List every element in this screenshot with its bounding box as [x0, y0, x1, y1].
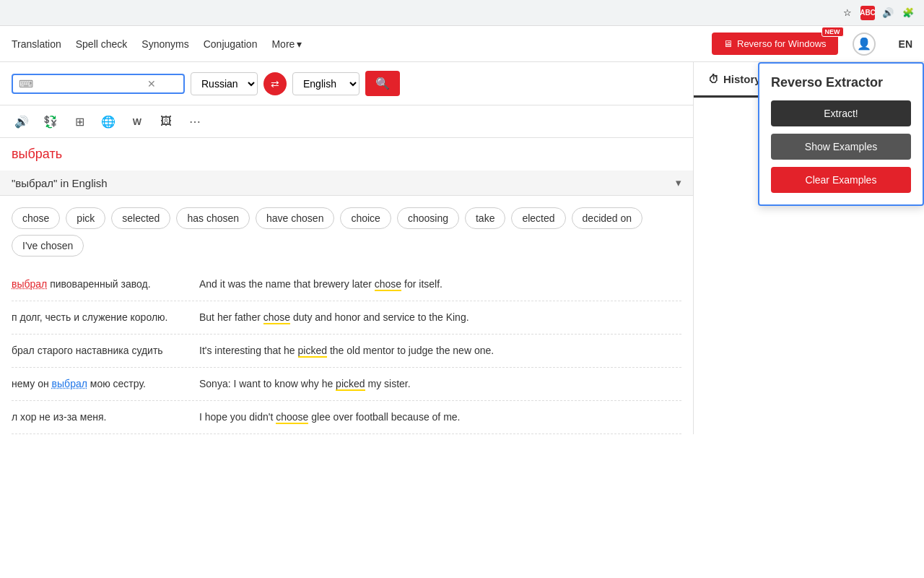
source-highlight: выбрал: [52, 378, 87, 389]
chip-elected[interactable]: elected: [511, 207, 565, 229]
target-highlight: picked: [336, 378, 365, 391]
target-lang-select[interactable]: English French Russian: [292, 72, 359, 95]
show-examples-button[interactable]: Show Examples: [771, 134, 911, 160]
source-word[interactable]: выбрать: [0, 138, 693, 171]
example-source: выбрал пивоваренный завод.: [12, 277, 185, 292]
target-highlight: picked: [298, 345, 327, 358]
chip-take[interactable]: take: [465, 207, 505, 229]
currency-icon[interactable]: 💱: [40, 111, 61, 131]
example-row: л хор не из-за меня. I hope you didn't c…: [12, 401, 681, 434]
tools-bar: 🔊 💱 ⊞ 🌐 W 🖼 ⋯: [0, 105, 693, 138]
swap-languages-button[interactable]: ⇄: [263, 72, 287, 95]
nav-conjugation[interactable]: Conjugation: [204, 35, 258, 53]
reverso-btn-icon: 🖥: [723, 38, 733, 49]
history-icon: ⏱: [708, 73, 719, 85]
main-content: ⌨ ✕ Russian French Spanish ⇄ English Fre…: [0, 62, 924, 434]
nav-spellcheck[interactable]: Spell check: [76, 35, 128, 53]
result-header: "выбрал" in English: [0, 171, 693, 196]
clear-examples-button[interactable]: Clear Examples: [771, 167, 911, 193]
source-lang-select[interactable]: Russian French Spanish: [191, 72, 258, 95]
example-row: брал старого наставника судить It's inte…: [12, 335, 681, 368]
chip-choosing[interactable]: choosing: [397, 207, 459, 229]
right-panel: ⏱ History ☆ Favourites ? Reverso Extract…: [693, 62, 924, 434]
example-source: нему он выбрал мою сестру.: [12, 376, 185, 392]
more-icon[interactable]: ⋯: [185, 111, 205, 131]
example-target: But her father chose duty and honor and …: [199, 310, 681, 325]
chip-pick[interactable]: pick: [66, 207, 105, 229]
clear-icon[interactable]: ✕: [147, 78, 156, 90]
audio-icon[interactable]: 🔊: [12, 111, 32, 131]
chevron-down-icon: ▾: [297, 38, 302, 50]
chips-area: chose pick selected has chosen have chos…: [0, 196, 693, 268]
example-row: п долг, честь и служение королю. But her…: [12, 301, 681, 335]
extractor-popup: Reverso Extractor Extract! Show Examples…: [758, 62, 924, 206]
new-badge: NEW: [821, 27, 844, 37]
target-highlight: chose: [263, 311, 290, 324]
lang-selector[interactable]: EN: [899, 38, 912, 50]
examples-section: выбрал пивоваренный завод. And it was th…: [0, 268, 693, 434]
extension-icon[interactable]: 🧩: [901, 6, 915, 20]
chip-chose[interactable]: chose: [12, 207, 60, 229]
reverso-windows-button[interactable]: 🖥 Reverso for Windows NEW: [712, 33, 838, 55]
nav-more[interactable]: More ▾: [271, 35, 302, 53]
example-target: I hope you didn't choose glee over footb…: [199, 410, 681, 425]
nav-translation[interactable]: Translation: [12, 35, 61, 53]
nav-synonyms[interactable]: Synonyms: [141, 35, 188, 53]
bookmark-icon[interactable]: ☆: [840, 6, 855, 20]
image-icon[interactable]: 🖼: [156, 111, 176, 131]
target-highlight: chose: [375, 278, 401, 291]
example-row: нему он выбрал мою сестру. Sonya: I want…: [12, 368, 681, 401]
keyboard-icon[interactable]: ⌨: [19, 78, 33, 90]
translation-panel: ⌨ ✕ Russian French Spanish ⇄ English Fre…: [0, 62, 693, 434]
example-source: п долг, честь и служение королю.: [12, 310, 185, 325]
table-icon[interactable]: ⊞: [69, 111, 90, 131]
result-collapse-button[interactable]: [676, 176, 681, 189]
chip-selected[interactable]: selected: [111, 207, 170, 229]
wikipedia-icon[interactable]: W: [127, 111, 147, 131]
nav-bar: Translation Spell check Synonyms Conjuga…: [0, 26, 924, 62]
target-highlight: choose: [276, 411, 308, 424]
search-bar: ⌨ ✕ Russian French Spanish ⇄ English Fre…: [0, 62, 693, 105]
example-target: Sonya: I want to know why he picked my s…: [199, 376, 681, 392]
extractor-title: Reverso Extractor: [771, 75, 911, 90]
chip-have-chosen[interactable]: have chosen: [256, 207, 334, 229]
globe-icon[interactable]: 🌐: [98, 111, 118, 131]
example-row: выбрал пивоваренный завод. And it was th…: [12, 268, 681, 301]
search-button[interactable]: 🔍: [365, 71, 400, 96]
user-avatar[interactable]: 👤: [853, 33, 876, 56]
example-target: It's interesting that he picked the old …: [199, 343, 681, 358]
search-input[interactable]: [36, 78, 144, 90]
extract-button[interactable]: Extract!: [771, 100, 911, 126]
chip-decided-on[interactable]: decided on: [572, 207, 643, 229]
chip-has-chosen[interactable]: has chosen: [176, 207, 250, 229]
browser-bar: ☆ ABC 🔊 🧩: [0, 0, 924, 26]
example-target: And it was the name that brewery later c…: [199, 277, 681, 292]
example-source: брал старого наставника судить: [12, 343, 185, 358]
source-highlight: выбрал: [12, 278, 47, 290]
chip-ive-chosen[interactable]: I've chosen: [12, 235, 84, 256]
tts-icon[interactable]: 🔊: [881, 6, 895, 20]
chip-choice[interactable]: choice: [340, 207, 391, 229]
spelling-icon[interactable]: ABC: [860, 6, 875, 20]
search-input-wrap: ⌨ ✕: [12, 74, 185, 94]
example-source: л хор не из-за меня.: [12, 410, 185, 425]
